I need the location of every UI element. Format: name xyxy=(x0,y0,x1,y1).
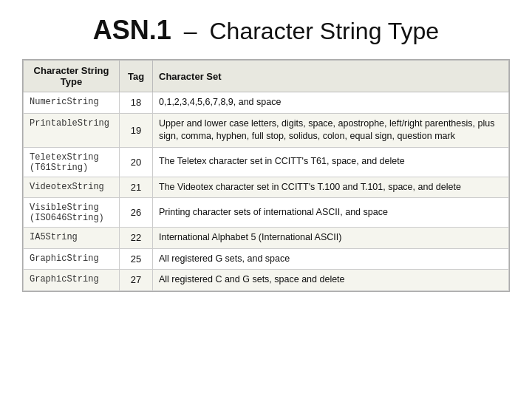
cell-tag: 21 xyxy=(120,177,153,198)
title-subtitle: Character String Type xyxy=(209,18,439,44)
character-string-table: Character String Type Tag Character Set … xyxy=(23,60,509,291)
cell-type: VideotexString xyxy=(24,177,120,198)
table-row: TeletexString (T61String)20The Teletex c… xyxy=(24,147,509,177)
table-body: NumericString180,1,2,3,4,5,6,7,8,9, and … xyxy=(24,92,509,291)
table-row: VideotexString21The Videotex character s… xyxy=(24,177,509,198)
cell-charset: The Videotex character set in CCITT's T.… xyxy=(153,177,509,198)
cell-type: GraphicString xyxy=(24,270,120,291)
cell-charset: Upper and lower case letters, digits, sp… xyxy=(153,113,509,147)
cell-type: GraphicString xyxy=(24,248,120,270)
cell-tag: 19 xyxy=(120,113,153,147)
cell-tag: 20 xyxy=(120,147,153,177)
cell-type: IA5String xyxy=(24,228,120,249)
cell-charset: 0,1,2,3,4,5,6,7,8,9, and space xyxy=(153,92,509,114)
cell-type: VisibleString (ISO646String) xyxy=(24,198,120,228)
cell-tag: 25 xyxy=(120,248,153,270)
cell-tag: 22 xyxy=(120,228,153,249)
cell-charset: Printing character sets of international… xyxy=(153,198,509,228)
table-row: IA5String22International Alphabet 5 (Int… xyxy=(24,228,509,249)
table-header-row: Character String Type Tag Character Set xyxy=(24,61,509,92)
title-dash: – xyxy=(184,18,197,44)
table-row: NumericString180,1,2,3,4,5,6,7,8,9, and … xyxy=(24,92,509,114)
cell-type: NumericString xyxy=(24,92,120,114)
col-header-type: Character String Type xyxy=(24,61,120,92)
cell-type: PrintableString xyxy=(24,113,120,147)
table-row: PrintableString19Upper and lower case le… xyxy=(24,113,509,147)
cell-tag: 18 xyxy=(120,92,153,114)
page-title: ASN.1 – Character String Type xyxy=(93,15,439,46)
col-header-tag: Tag xyxy=(120,61,153,92)
table-row: GraphicString25All registered G sets, an… xyxy=(24,248,509,270)
col-header-charset: Character Set xyxy=(153,61,509,92)
cell-charset: All registered C and G sets, space and d… xyxy=(153,270,509,291)
main-table-wrapper: Character String Type Tag Character Set … xyxy=(22,59,510,292)
title-asn: ASN.1 xyxy=(93,15,171,45)
cell-charset: All registered G sets, and space xyxy=(153,248,509,270)
table-row: VisibleString (ISO646String)26Printing c… xyxy=(24,198,509,228)
cell-charset: The Teletex character set in CCITT's T61… xyxy=(153,147,509,177)
table-row: GraphicString27All registered C and G se… xyxy=(24,270,509,291)
cell-type: TeletexString (T61String) xyxy=(24,147,120,177)
cell-tag: 26 xyxy=(120,198,153,228)
cell-tag: 27 xyxy=(120,270,153,291)
cell-charset: International Alphabet 5 (International … xyxy=(153,228,509,249)
